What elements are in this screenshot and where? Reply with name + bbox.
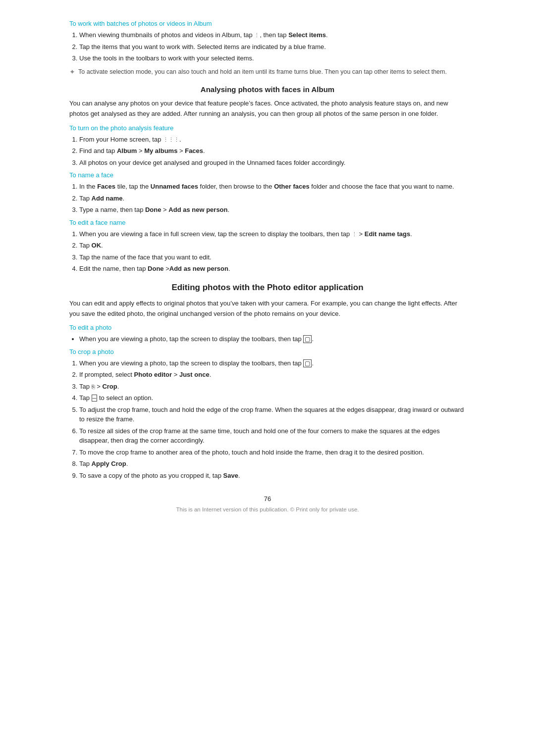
turn-on-steps: From your Home screen, tap ⋮⋮⋮. Find and… — [79, 135, 466, 168]
batch-step-3: Use the tools in the toolbars to work wi… — [79, 53, 466, 63]
turn-on-step-2: Find and tap Album > My albums > Faces. — [79, 146, 466, 156]
crop-step-5: To adjust the crop frame, touch and hold… — [79, 405, 466, 424]
edit-face-heading: To edit a face name — [69, 219, 466, 226]
crop-step-2: If prompted, select Photo editor > Just … — [79, 370, 466, 380]
name-face-heading: To name a face — [69, 171, 466, 179]
edit-photo-bullets: When you are viewing a photo, tap the sc… — [79, 334, 466, 344]
tip-text: To activate selection mode, you can also… — [78, 67, 447, 77]
edit-face-step-3: Tap the name of the face that you want t… — [79, 252, 466, 262]
edit-face-step-2: Tap OK. — [79, 241, 466, 251]
batch-work-steps: When viewing thumbnails of photos and vi… — [79, 30, 466, 63]
batch-step-2: Tap the items that you want to work with… — [79, 42, 466, 52]
edit-photo-bullet-1: When you are viewing a photo, tap the sc… — [79, 334, 466, 344]
edit-face-steps: When you are viewing a face in full scre… — [79, 229, 466, 274]
analysing-heading: Analysing photos with faces in Album — [69, 85, 466, 94]
turn-on-step-1: From your Home screen, tap ⋮⋮⋮. — [79, 135, 466, 145]
batch-work-heading: To work with batches of photos or videos… — [69, 20, 466, 27]
footer-text: This is an Internet version of this publ… — [69, 506, 466, 512]
crop-step-1: When you are viewing a photo, tap the sc… — [79, 358, 466, 368]
crop-photo-steps: When you are viewing a photo, tap the sc… — [79, 358, 466, 481]
turn-on-step-3: All photos on your device get analysed a… — [79, 158, 466, 168]
batch-tip: ✦ To activate selection mode, you can al… — [69, 67, 466, 77]
turn-on-heading: To turn on the photo analysis feature — [69, 124, 466, 132]
editing-photos-body: You can edit and apply effects to origin… — [69, 299, 466, 319]
name-face-step-3: Type a name, then tap Done > Add as new … — [79, 205, 466, 215]
crop-step-3: Tap ⎘ > Crop. — [79, 382, 466, 392]
name-face-steps: In the Faces tile, tap the Unnamed faces… — [79, 182, 466, 215]
analysing-body: You can analyse any photos on your devic… — [69, 99, 466, 119]
editing-photos-heading: Editing photos with the Photo editor app… — [69, 283, 466, 293]
crop-photo-heading: To crop a photo — [69, 348, 466, 355]
edit-photo-heading: To edit a photo — [69, 324, 466, 331]
crop-step-4: Tap ─ to select an option. — [79, 393, 466, 403]
name-face-step-1: In the Faces tile, tap the Unnamed faces… — [79, 182, 466, 192]
crop-step-9: To save a copy of the photo as you cropp… — [79, 471, 466, 481]
edit-face-step-4: Edit the name, then tap Done >Add as new… — [79, 264, 466, 274]
crop-step-6: To resize all sides of the crop frame at… — [79, 426, 466, 446]
crop-step-7: To move the crop frame to another area o… — [79, 448, 466, 457]
crop-step-8: Tap Apply Crop. — [79, 459, 466, 469]
edit-face-step-1: When you are viewing a face in full scre… — [79, 229, 466, 239]
name-face-step-2: Tap Add name. — [79, 194, 466, 203]
analysing-section: Analysing photos with faces in Album You… — [69, 85, 466, 274]
batch-work-section: To work with batches of photos or videos… — [69, 20, 466, 76]
page-number: 76 — [69, 495, 466, 503]
editing-photos-section: Editing photos with the Photo editor app… — [69, 283, 466, 481]
batch-step-1: When viewing thumbnails of photos and vi… — [79, 30, 466, 40]
tip-icon: ✦ — [69, 68, 75, 76]
